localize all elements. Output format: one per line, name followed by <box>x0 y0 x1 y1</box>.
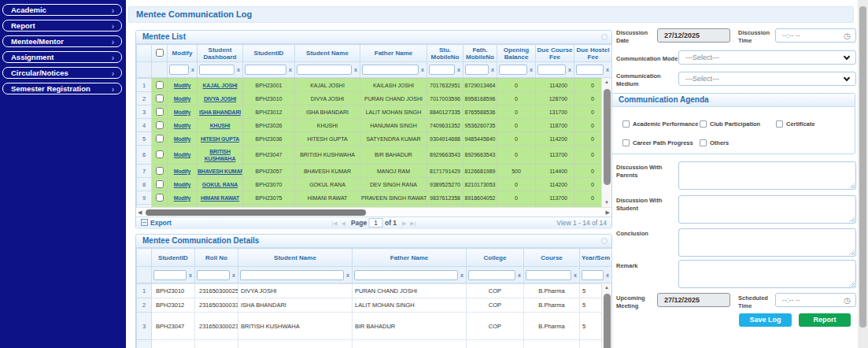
filter-input[interactable] <box>245 65 286 75</box>
checkbox-icon[interactable] <box>776 120 783 128</box>
agenda-career-path-progress[interactable]: Career Path Progress <box>622 139 693 146</box>
clear-filter-icon[interactable]: x <box>419 67 425 72</box>
filter-input[interactable] <box>297 65 352 75</box>
column-header[interactable]: Father Name <box>353 249 467 267</box>
column-header[interactable]: Year/Sem <box>580 249 612 267</box>
clear-filter-icon[interactable]: x <box>571 272 578 278</box>
prev-page-icon[interactable]: ◀ <box>341 220 345 226</box>
filter-input[interactable] <box>465 65 489 75</box>
modify-link[interactable]: Modify <box>174 123 190 128</box>
column-header[interactable]: Modify <box>168 45 198 62</box>
mentee-list-hscrollbar[interactable]: ◀ ▶ <box>136 207 611 217</box>
checkbox-icon[interactable] <box>622 139 630 146</box>
modify-link[interactable]: Modify <box>174 195 190 201</box>
agenda-certificate[interactable]: Certificate <box>776 120 815 128</box>
discussion-with-parents-textarea[interactable] <box>678 161 856 190</box>
agenda-academic-performance[interactable]: Academic Performance <box>622 120 698 128</box>
conclusion-textarea[interactable] <box>678 228 856 257</box>
row-checkbox[interactable] <box>156 180 164 188</box>
filter-input[interactable] <box>526 270 571 280</box>
discussion-with-student-textarea[interactable] <box>678 195 856 224</box>
column-header[interactable]: Student Name <box>238 249 353 267</box>
row-checkbox[interactable] <box>156 108 164 116</box>
export-button[interactable]: Export <box>141 217 172 229</box>
row-checkbox[interactable] <box>156 135 164 143</box>
details-vscrollbar[interactable]: ▲ <box>601 283 611 348</box>
save-log-button[interactable]: Save Log <box>739 313 792 327</box>
clear-filter-icon[interactable]: x <box>235 67 241 72</box>
clear-filter-icon[interactable]: x <box>527 67 534 72</box>
filter-input[interactable] <box>354 270 458 280</box>
communication-medium-select[interactable]: ---Select--- <box>678 72 856 86</box>
modify-link[interactable]: Modify <box>174 152 190 157</box>
student-dashboard-link[interactable]: BRITISH KUSHWAHA <box>205 149 236 161</box>
collapse-icon[interactable] <box>601 34 608 40</box>
sidebar-item-semester-registration[interactable]: Semester Registration› <box>2 83 122 94</box>
remark-textarea[interactable] <box>678 260 856 288</box>
sidebar-item-circular-notices[interactable]: Circular/Notices› <box>2 67 122 79</box>
row-checkbox[interactable] <box>156 94 164 102</box>
filter-input[interactable] <box>576 65 604 75</box>
filter-input[interactable] <box>429 65 455 75</box>
column-header[interactable]: Student Dashboard <box>198 45 243 62</box>
modify-link[interactable]: Modify <box>174 109 190 115</box>
agenda-club-participation[interactable]: Club Participation <box>700 120 760 128</box>
filter-input[interactable] <box>240 270 344 280</box>
select-all-checkbox[interactable] <box>156 49 164 57</box>
filter-input[interactable] <box>169 65 189 75</box>
student-dashboard-link[interactable]: HIMANI RAWAT <box>201 195 239 201</box>
checkbox-icon[interactable] <box>700 139 707 146</box>
column-header[interactable]: Stu. MobileNo <box>427 45 464 62</box>
student-dashboard-link[interactable]: DIVYA JOSHI <box>204 96 236 102</box>
clear-filter-icon[interactable]: x <box>604 272 610 278</box>
clear-filter-icon[interactable]: x <box>344 272 350 278</box>
report-button[interactable]: Report <box>799 313 851 327</box>
scroll-up-icon[interactable]: ▲ <box>602 78 611 87</box>
clear-filter-icon[interactable]: x <box>187 272 193 278</box>
column-header[interactable]: StudentID <box>152 249 195 267</box>
clear-filter-icon[interactable]: x <box>566 67 572 72</box>
scroll-right-icon[interactable]: ▶ <box>606 209 610 216</box>
column-header[interactable]: Father Name <box>360 45 427 62</box>
sidebar-item-report[interactable]: Report› <box>2 20 122 31</box>
column-header[interactable]: StudentID <box>243 45 295 62</box>
student-dashboard-link[interactable]: GOKUL RANA <box>202 182 238 187</box>
mentee-list-vscrollbar[interactable]: ▲ ▼ <box>601 78 611 207</box>
row-checkbox[interactable] <box>156 167 164 175</box>
scroll-left-icon[interactable]: ◀ <box>138 209 142 216</box>
student-dashboard-link[interactable]: HITESH GUPTA <box>201 136 239 142</box>
modify-link[interactable]: Modify <box>174 136 190 142</box>
sidebar-item-academic[interactable]: Academic› <box>2 4 122 16</box>
collapse-icon[interactable] <box>601 238 608 244</box>
clear-filter-icon[interactable]: x <box>189 67 195 72</box>
sidebar-item-assignment[interactable]: Assignment› <box>2 51 122 63</box>
clear-filter-icon[interactable]: x <box>230 272 236 278</box>
filter-input[interactable] <box>582 270 604 280</box>
clear-filter-icon[interactable]: x <box>489 67 495 72</box>
row-checkbox[interactable] <box>156 81 164 89</box>
modify-link[interactable]: Modify <box>174 96 190 102</box>
column-header[interactable]: Due Course Fee <box>536 45 574 62</box>
filter-input[interactable] <box>499 65 527 75</box>
scheduled-time-input[interactable]: --:-- --◷ <box>775 293 856 307</box>
column-header[interactable]: Due Hostel Fee <box>574 45 612 62</box>
modify-link[interactable]: Modify <box>174 168 190 174</box>
column-header[interactable]: Opening Balance <box>497 45 536 62</box>
clear-filter-icon[interactable]: x <box>458 272 464 278</box>
student-dashboard-link[interactable]: BHAVESH KUMAR <box>198 168 243 174</box>
column-header[interactable]: Roll No <box>195 249 238 267</box>
discussion-time-input[interactable]: --:-- --◷ <box>775 28 856 43</box>
filter-input[interactable] <box>468 270 515 280</box>
agenda-others[interactable]: Others <box>700 139 729 146</box>
page-scrollbar[interactable] <box>858 0 868 348</box>
clear-filter-icon[interactable]: x <box>286 67 293 72</box>
scroll-up-icon[interactable]: ▲ <box>602 283 611 292</box>
column-header[interactable]: Student Name <box>295 45 360 62</box>
column-header[interactable]: Fath. MobileNo <box>464 45 497 62</box>
filter-input[interactable] <box>362 65 419 75</box>
filter-input[interactable] <box>537 65 566 75</box>
row-checkbox[interactable] <box>156 121 164 129</box>
clear-filter-icon[interactable]: x <box>604 67 610 72</box>
checkbox-icon[interactable] <box>622 120 630 128</box>
row-checkbox[interactable] <box>156 150 164 158</box>
